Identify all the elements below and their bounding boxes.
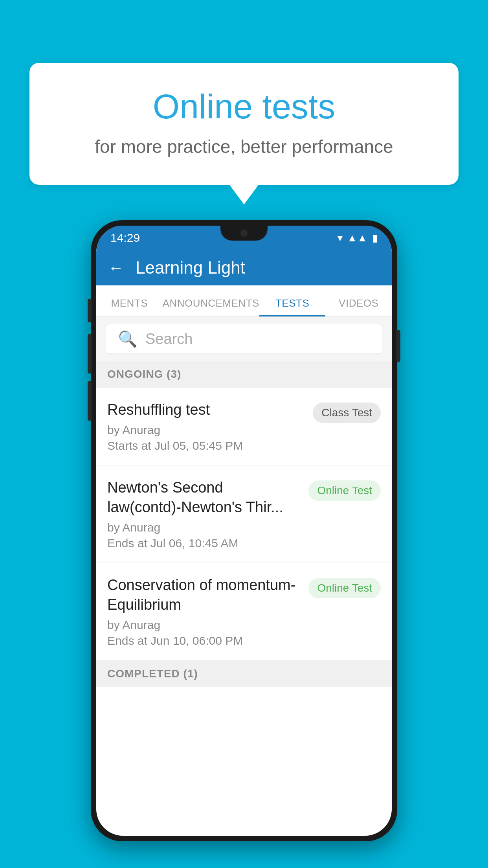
status-time: 14:29	[110, 231, 140, 245]
volume-down-button	[88, 334, 92, 373]
test-name-1: Reshuffling test	[107, 400, 305, 419]
phone-notch	[220, 226, 268, 241]
tab-videos[interactable]: VIDEOS	[325, 297, 392, 316]
test-info-2: Newton's Second law(contd)-Newton's Thir…	[107, 478, 308, 550]
silent-button	[88, 381, 92, 421]
speech-bubble: Online tests for more practice, better p…	[29, 63, 459, 185]
test-by-1: by Anurag	[107, 423, 305, 437]
tab-announcements[interactable]: ANNOUNCEMENTS	[163, 297, 259, 316]
back-button[interactable]: ←	[108, 259, 124, 277]
app-title: Learning Light	[136, 258, 245, 278]
completed-section-header: COMPLETED (1)	[96, 660, 392, 687]
camera	[240, 230, 248, 237]
test-list: Reshuffling test by Anurag Starts at Jul…	[96, 388, 392, 660]
test-info-3: Conservation of momentum-Equilibrium by …	[107, 576, 308, 647]
signal-icon: ▲▲	[347, 232, 367, 244]
test-badge-3: Online Test	[308, 578, 381, 598]
search-bar[interactable]: 🔍 Search	[106, 324, 382, 354]
bubble-subtitle: for more practice, better performance	[61, 136, 427, 157]
search-icon: 🔍	[118, 330, 138, 348]
test-time-2: Ends at Jul 06, 10:45 AM	[107, 537, 301, 550]
test-item-3[interactable]: Conservation of momentum-Equilibrium by …	[96, 563, 392, 660]
tab-tests[interactable]: TESTS	[259, 297, 326, 316]
test-item-1[interactable]: Reshuffling test by Anurag Starts at Jul…	[96, 388, 392, 465]
test-time-3: Ends at Jun 10, 06:00 PM	[107, 634, 301, 647]
battery-icon: ▮	[372, 232, 378, 244]
search-container: 🔍 Search	[96, 317, 392, 361]
wifi-icon: ▾	[338, 232, 343, 244]
speech-bubble-container: Online tests for more practice, better p…	[29, 63, 459, 185]
phone-frame: 14:29 ▾ ▲▲ ▮ ← Learning Light MENTS ANNO…	[91, 220, 397, 841]
test-name-2: Newton's Second law(contd)-Newton's Thir…	[107, 478, 301, 517]
test-item-2[interactable]: Newton's Second law(contd)-Newton's Thir…	[96, 465, 392, 563]
volume-up-button	[88, 299, 92, 322]
completed-label: COMPLETED (1)	[107, 668, 198, 680]
search-placeholder: Search	[145, 331, 193, 348]
test-name-3: Conservation of momentum-Equilibrium	[107, 576, 301, 614]
test-by-2: by Anurag	[107, 521, 301, 534]
app-header: ← Learning Light	[96, 250, 392, 285]
phone-screen: 14:29 ▾ ▲▲ ▮ ← Learning Light MENTS ANNO…	[96, 226, 392, 836]
test-badge-2: Online Test	[308, 480, 381, 501]
test-badge-1: Class Test	[313, 403, 381, 423]
status-icons: ▾ ▲▲ ▮	[338, 232, 378, 244]
phone-wrapper: 14:29 ▾ ▲▲ ▮ ← Learning Light MENTS ANNO…	[29, 220, 459, 841]
ongoing-label: ONGOING (3)	[107, 368, 181, 380]
test-info-1: Reshuffling test by Anurag Starts at Jul…	[107, 400, 313, 452]
test-time-1: Starts at Jul 05, 05:45 PM	[107, 439, 305, 452]
ongoing-section-header: ONGOING (3)	[96, 361, 392, 388]
bubble-title: Online tests	[61, 86, 427, 127]
power-button	[396, 330, 400, 362]
tab-ments[interactable]: MENTS	[96, 297, 163, 316]
test-by-3: by Anurag	[107, 618, 301, 632]
tab-bar: MENTS ANNOUNCEMENTS TESTS VIDEOS	[96, 285, 392, 317]
